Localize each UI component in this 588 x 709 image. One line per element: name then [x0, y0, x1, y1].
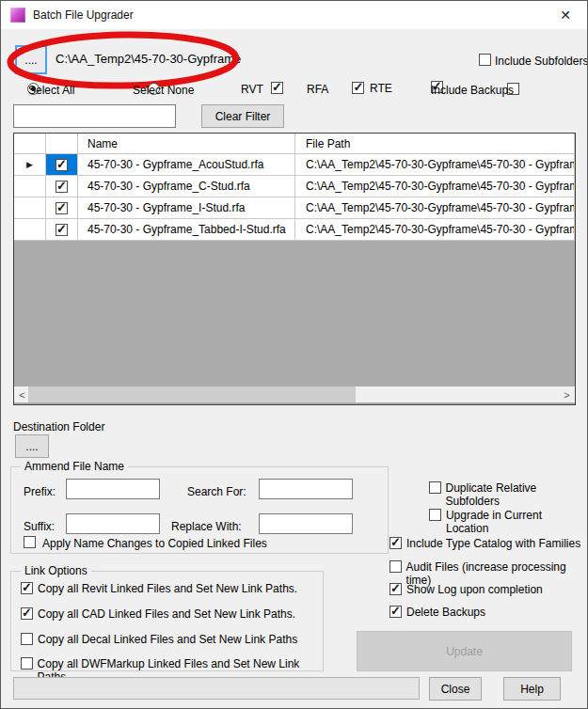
current-row-arrow-icon: ▶ [26, 160, 33, 169]
option-show-log: Show Log upon completion [389, 583, 543, 596]
search-for-label: Search For: [187, 485, 246, 498]
row-filepath-cell: C:\AA_Temp2\45-70-30-Gypframe\45-70-30 -… [295, 219, 575, 241]
app-icon [10, 8, 25, 23]
show-log-checkbox[interactable] [389, 583, 402, 595]
copy-revit-links-label: Copy all Revit Linked Files and Set New … [38, 582, 297, 595]
upgrade-current-location-checkbox[interactable] [429, 509, 441, 521]
help-button[interactable]: Help [503, 677, 561, 701]
row-selector-cell[interactable] [14, 176, 46, 197]
copy-decal-links-label: Copy all Decal Linked Files and Set New … [38, 633, 297, 646]
option-duplicate-subfolders: Duplicate Relative Subfolders [429, 481, 587, 508]
amend-group-title: Ammend File Name [21, 460, 128, 473]
batch-file-upgrader-dialog: Batch File Upgrader ✕ .... C:\AA_Temp2\4… [0, 0, 588, 709]
search-for-field[interactable] [259, 479, 353, 499]
row-selector-cell[interactable] [14, 219, 46, 241]
filetype-rvt-checkbox[interactable] [271, 82, 283, 94]
status-progress-box [13, 677, 420, 700]
include-subfolders-label: Include Subfolders [495, 55, 588, 68]
row-check-cell[interactable] [46, 197, 78, 219]
option-include-type-catalog: Include Type Catalog with Families [389, 537, 580, 550]
row-selector-cell[interactable]: ▶ [14, 154, 46, 176]
replace-with-field[interactable] [259, 513, 353, 534]
link-option-decal: Copy all Decal Linked Files and Set New … [21, 633, 297, 646]
option-upgrade-current-location: Upgrade in Current Location [429, 509, 587, 535]
source-path-label: C:\AA_Temp2\45-70-30-Gypframe [56, 52, 241, 66]
grid-header-row: Name File Path [14, 134, 575, 154]
select-all-label: Select All [28, 84, 74, 97]
replace-with-label: Replace With: [171, 520, 242, 533]
suffix-field[interactable] [66, 513, 160, 534]
horizontal-scrollbar[interactable]: < > [14, 386, 575, 402]
apply-name-changes-label: Apply Name Changes to Copied Linked File… [42, 537, 267, 550]
prefix-label: Prefix: [24, 485, 56, 498]
scrollbar-thumb[interactable] [28, 386, 356, 402]
row-checkbox[interactable] [56, 202, 68, 214]
row-selector-cell[interactable] [14, 197, 46, 219]
row-name-cell: 45-70-30 - Gypframe_AcouStud.rfa [78, 154, 295, 176]
row-check-cell[interactable] [46, 154, 78, 176]
copy-dwfmarkup-links-checkbox[interactable] [21, 657, 33, 670]
link-options-title: Link Options [21, 564, 91, 577]
files-grid[interactable]: Name File Path ▶ 45-70-30 - Gypframe_Aco… [13, 133, 576, 405]
grid-header-check [46, 134, 78, 154]
select-none-label: Select None [133, 84, 194, 97]
row-name-cell: 45-70-30 - Gypframe_C-Stud.rfa [78, 176, 295, 197]
include-type-catalog-label: Include Type Catalog with Families [406, 537, 580, 550]
grid-header-name[interactable]: Name [78, 134, 295, 154]
window-title: Batch File Upgrader [33, 8, 134, 22]
delete-backups-checkbox[interactable] [389, 606, 402, 618]
duplicate-subfolders-checkbox[interactable] [429, 481, 441, 494]
clear-filter-button[interactable]: Clear Filter [201, 104, 284, 128]
scroll-right-icon[interactable]: > [559, 386, 575, 402]
copy-revit-links-checkbox[interactable] [21, 582, 33, 594]
filetype-rte-label: RTE [370, 82, 392, 95]
amend-file-name-group: Ammend File Name Prefix: Search For: Suf… [10, 466, 389, 554]
option-delete-backups: Delete Backups [389, 606, 485, 619]
delete-backups-label: Delete Backups [406, 606, 485, 619]
update-button[interactable]: Update [357, 631, 572, 671]
copy-decal-links-checkbox[interactable] [21, 633, 33, 645]
link-option-cad: Copy all CAD Linked Files and Set New Li… [21, 607, 295, 621]
upgrade-current-location-label: Upgrade in Current Location [446, 509, 587, 535]
row-filepath-cell: C:\AA_Temp2\45-70-30-Gypframe\45-70-30 -… [295, 176, 575, 197]
row-filepath-cell: C:\AA_Temp2\45-70-30-Gypframe\45-70-30 -… [295, 154, 575, 176]
apply-name-changes-checkbox[interactable] [24, 536, 36, 548]
suffix-label: Suffix: [24, 520, 55, 533]
filetype-rfa-label: RFA [307, 83, 328, 96]
close-icon[interactable]: ✕ [549, 1, 581, 29]
filetype-rfa-checkbox[interactable] [352, 82, 364, 94]
row-check-cell[interactable] [46, 219, 78, 241]
destination-folder-label: Destination Folder [13, 420, 104, 433]
grid-header-filepath[interactable]: File Path [295, 134, 575, 154]
title-bar: Batch File Upgrader ✕ [1, 1, 587, 29]
grid-header-rowheader [14, 134, 46, 154]
browse-source-button[interactable]: .... [15, 45, 47, 74]
show-log-label: Show Log upon completion [406, 583, 543, 596]
row-check-cell[interactable] [46, 176, 78, 197]
prefix-field[interactable] [66, 479, 160, 499]
duplicate-subfolders-label: Duplicate Relative Subfolders [446, 481, 587, 508]
browse-destination-button[interactable]: .... [15, 434, 49, 458]
row-checkbox[interactable] [56, 159, 68, 171]
row-name-cell: 45-70-30 - Gypframe_Tabbed-I-Stud.rfa [78, 219, 295, 241]
table-row[interactable]: 45-70-30 - Gypframe_I-Stud.rfa C:\AA_Tem… [14, 197, 575, 219]
copy-cad-links-label: Copy all CAD Linked Files and Set New Li… [38, 607, 295, 621]
table-row[interactable]: 45-70-30 - Gypframe_C-Stud.rfa C:\AA_Tem… [14, 176, 575, 197]
filter-input[interactable] [13, 104, 176, 128]
include-backups-label: Include Backups [431, 84, 514, 97]
row-checkbox[interactable] [56, 224, 68, 236]
table-row[interactable]: 45-70-30 - Gypframe_Tabbed-I-Stud.rfa C:… [14, 219, 575, 241]
link-option-revit: Copy all Revit Linked Files and Set New … [21, 582, 297, 595]
row-name-cell: 45-70-30 - Gypframe_I-Stud.rfa [78, 197, 295, 219]
audit-files-checkbox[interactable] [389, 560, 402, 573]
table-row[interactable]: ▶ 45-70-30 - Gypframe_AcouStud.rfa C:\AA… [14, 154, 575, 176]
include-subfolders-checkbox[interactable] [479, 54, 491, 66]
filetype-rvt-label: RVT [241, 83, 263, 96]
row-checkbox[interactable] [56, 181, 68, 193]
include-type-catalog-checkbox[interactable] [389, 537, 402, 549]
close-button[interactable]: Close [429, 677, 482, 701]
row-filepath-cell: C:\AA_Temp2\45-70-30-Gypframe\45-70-30 -… [295, 197, 575, 219]
copy-cad-links-checkbox[interactable] [21, 607, 33, 620]
link-options-group: Link Options Copy all Revit Linked Files… [10, 571, 324, 671]
